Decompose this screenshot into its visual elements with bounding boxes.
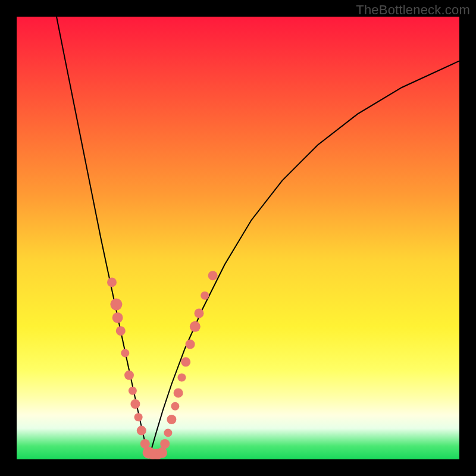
data-point — [167, 415, 176, 424]
curves — [57, 17, 459, 457]
data-point — [195, 309, 204, 318]
data-point — [116, 326, 126, 336]
data-point — [181, 357, 190, 367]
data-point — [201, 292, 209, 300]
data-point — [134, 413, 143, 421]
data-point — [160, 439, 170, 449]
data-point — [110, 299, 122, 311]
data-point — [186, 340, 195, 349]
data-point — [178, 373, 186, 381]
chart-area — [17, 17, 459, 459]
data-point — [156, 447, 167, 458]
data-point — [121, 349, 129, 357]
data-point — [129, 387, 137, 395]
data-point — [137, 426, 146, 436]
watermark-text: TheBottleneck.com — [356, 2, 470, 18]
data-point — [107, 277, 117, 287]
data-point — [112, 312, 123, 323]
data-point — [164, 428, 172, 437]
data-point — [174, 388, 183, 397]
data-point — [208, 271, 218, 280]
data-point — [130, 399, 140, 409]
plot-svg — [17, 17, 459, 459]
data-point — [171, 402, 179, 411]
data-point — [190, 321, 201, 332]
scatter-points — [107, 271, 218, 459]
data-point — [124, 371, 134, 380]
curve-right-curve — [149, 61, 459, 457]
